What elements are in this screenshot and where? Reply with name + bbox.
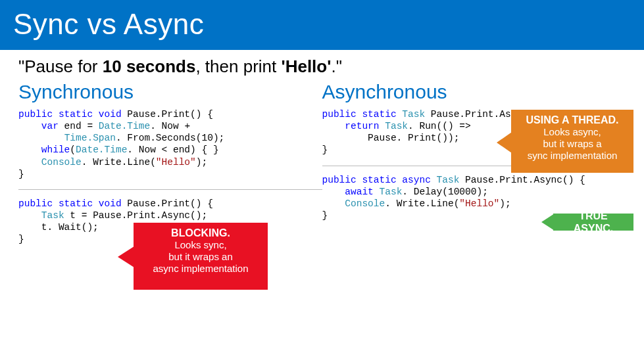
sync-column: Synchronous public static void Pause.Pri… bbox=[18, 78, 322, 245]
callout-blocking-line2: but it wraps an bbox=[139, 251, 262, 263]
callout-blocking-header: BLOCKING. bbox=[139, 227, 262, 239]
subtitle: "Pause for 10 seconds, then print 'Hello… bbox=[0, 50, 644, 78]
callout-true-async-header: TRUE ASYNC. bbox=[558, 210, 628, 235]
callout-thread-line3: sync implementation bbox=[516, 150, 628, 162]
divider bbox=[18, 189, 322, 190]
callout-true-async: TRUE ASYNC. bbox=[553, 214, 633, 231]
subtitle-prefix: "Pause for bbox=[18, 57, 103, 76]
async-heading: Asynchronous bbox=[322, 81, 626, 103]
callout-thread-line2: but it wraps a bbox=[516, 138, 628, 150]
content-columns: Synchronous public static void Pause.Pri… bbox=[0, 78, 644, 245]
subtitle-mid: , then print bbox=[195, 57, 281, 76]
subtitle-suffix: ." bbox=[331, 57, 341, 76]
subtitle-bold: 10 seconds bbox=[103, 57, 196, 76]
callout-blocking: BLOCKING. Looks sync, but it wraps an as… bbox=[134, 223, 268, 290]
callout-thread-header: USING A THREAD. bbox=[516, 114, 628, 126]
async-column: Asynchronous public static Task Pause.Pr… bbox=[322, 78, 626, 245]
sync-code-block-1: public static void Pause.Print() { var e… bbox=[18, 108, 322, 180]
callout-blocking-line3: async implementation bbox=[139, 263, 262, 275]
subtitle-bold2: 'Hello' bbox=[281, 57, 331, 76]
sync-heading: Synchronous bbox=[18, 81, 322, 103]
slide-title: Sync vs Async bbox=[13, 8, 631, 41]
callout-thread-line1: Looks async, bbox=[516, 126, 628, 138]
callout-blocking-line1: Looks sync, bbox=[139, 239, 262, 251]
header-bar: Sync vs Async bbox=[0, 0, 644, 50]
callout-thread: USING A THREAD. Looks async, but it wrap… bbox=[511, 110, 633, 173]
